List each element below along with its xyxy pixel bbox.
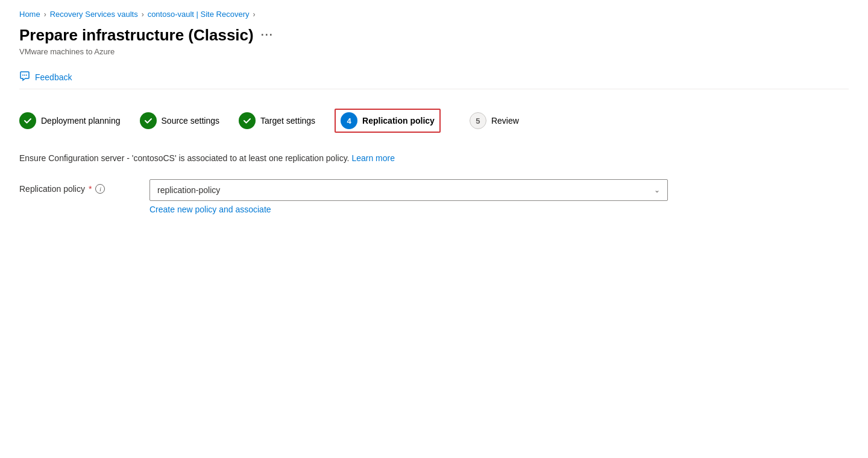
breadcrumb-recovery-vaults[interactable]: Recovery Services vaults — [50, 10, 138, 19]
breadcrumb-vault[interactable]: contoso-vault | Site Recovery — [148, 10, 250, 19]
step-3-target-settings[interactable]: Target settings — [239, 107, 335, 134]
form-control-group: replication-policy ⌄ Create new policy a… — [149, 179, 668, 214]
page-subtitle: VMware machines to Azure — [19, 47, 849, 56]
step-4-replication-policy[interactable]: 4 Replication policy — [335, 104, 460, 138]
info-text: Ensure Configuration server - 'contosoCS… — [19, 152, 849, 165]
learn-more-link[interactable]: Learn more — [351, 153, 395, 163]
feedback-label: Feedback — [35, 72, 72, 82]
step-4-label: Replication policy — [362, 116, 435, 126]
page-header: Prepare infrastructure (Classic) ··· VMw… — [19, 26, 849, 56]
step-4-active-box: 4 Replication policy — [335, 109, 441, 133]
create-policy-link[interactable]: Create new policy and associate — [149, 205, 271, 214]
step-3-label: Target settings — [260, 116, 315, 126]
replication-policy-form-row: Replication policy * i replication-polic… — [19, 179, 849, 214]
feedback-bar[interactable]: Feedback — [19, 66, 849, 89]
replication-policy-dropdown[interactable]: replication-policy ⌄ — [149, 179, 668, 201]
step-5-review[interactable]: 5 Review — [470, 107, 529, 134]
step-2-source-settings[interactable]: Source settings — [140, 107, 239, 134]
steps-nav: Deployment planning Source settings Targ… — [19, 104, 849, 138]
feedback-icon — [19, 71, 30, 84]
svg-point-0 — [24, 75, 25, 76]
breadcrumb-sep-1: › — [44, 10, 46, 19]
page-title: Prepare infrastructure (Classic) — [19, 26, 254, 45]
breadcrumb-sep-2: › — [142, 10, 144, 19]
chevron-down-icon: ⌄ — [654, 186, 660, 194]
step-4-circle: 4 — [341, 112, 357, 129]
content-area: Ensure Configuration server - 'contosoCS… — [19, 152, 849, 214]
breadcrumb-sep-3: › — [253, 10, 255, 19]
step-5-circle: 5 — [470, 112, 486, 129]
breadcrumb: Home › Recovery Services vaults › contos… — [19, 10, 849, 19]
step-1-circle — [19, 112, 36, 129]
step-2-label: Source settings — [162, 116, 220, 126]
svg-point-1 — [22, 75, 24, 76]
more-options-button[interactable]: ··· — [261, 29, 274, 42]
info-icon[interactable]: i — [95, 184, 105, 194]
step-5-label: Review — [491, 116, 519, 126]
form-label: Replication policy — [19, 184, 85, 194]
svg-point-2 — [26, 75, 27, 76]
breadcrumb-home[interactable]: Home — [19, 10, 40, 19]
required-star: * — [89, 184, 92, 194]
dropdown-value: replication-policy — [157, 185, 220, 195]
step-2-circle — [140, 112, 157, 129]
step-1-label: Deployment planning — [41, 116, 121, 126]
step-3-circle — [239, 112, 256, 129]
step-1-deployment-planning[interactable]: Deployment planning — [19, 107, 140, 134]
form-label-group: Replication policy * i — [19, 179, 140, 194]
page-container: Home › Recovery Services vaults › contos… — [0, 0, 868, 229]
